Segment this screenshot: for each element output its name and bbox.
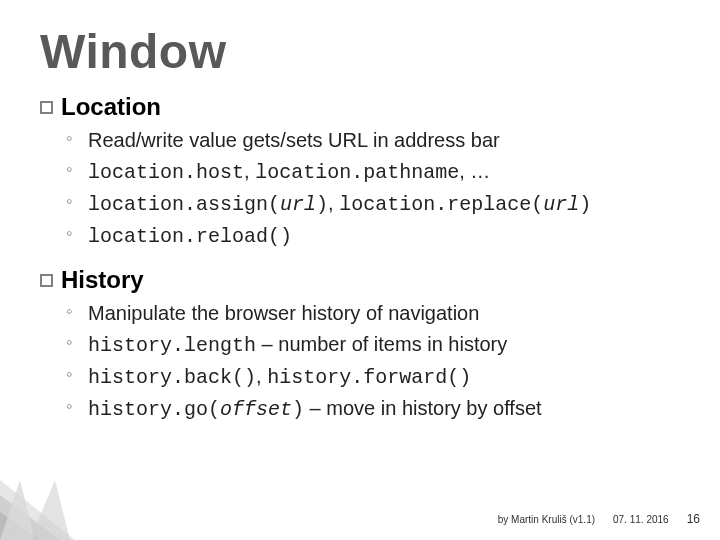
- list-item: location.host, location.pathname, …: [88, 156, 680, 188]
- corner-decoration-icon: [0, 450, 130, 540]
- history-list: Manipulate the browser history of naviga…: [40, 298, 680, 425]
- list-item: Manipulate the browser history of naviga…: [88, 298, 680, 329]
- footer-author: by Martin Kruliš (v1.1): [498, 514, 595, 525]
- list-item: history.back(), history.forward(): [88, 361, 680, 393]
- list-item: Read/write value gets/sets URL in addres…: [88, 125, 680, 156]
- footer-page-number: 16: [687, 512, 700, 526]
- location-list: Read/write value gets/sets URL in addres…: [40, 125, 680, 252]
- slide: Window Location Read/write value gets/se…: [0, 0, 720, 540]
- slide-title: Window: [40, 24, 680, 79]
- section-label: Location: [61, 93, 161, 121]
- section-heading-location: Location: [40, 93, 680, 121]
- footer-date: 07. 11. 2016: [613, 514, 669, 525]
- svg-marker-2: [0, 512, 40, 540]
- svg-marker-4: [30, 480, 70, 540]
- section-heading-history: History: [40, 266, 680, 294]
- list-item: location.assign(url), location.replace(u…: [88, 188, 680, 220]
- footer: by Martin Kruliš (v1.1) 07. 11. 2016 16: [498, 512, 700, 526]
- list-item: history.length – number of items in hist…: [88, 329, 680, 361]
- svg-marker-1: [0, 495, 60, 540]
- square-bullet-icon: [40, 101, 53, 114]
- square-bullet-icon: [40, 274, 53, 287]
- list-item: location.reload(): [88, 220, 680, 252]
- svg-marker-3: [0, 480, 35, 540]
- section-label: History: [61, 266, 144, 294]
- list-item: history.go(offset) – move in history by …: [88, 393, 680, 425]
- svg-marker-0: [0, 480, 75, 540]
